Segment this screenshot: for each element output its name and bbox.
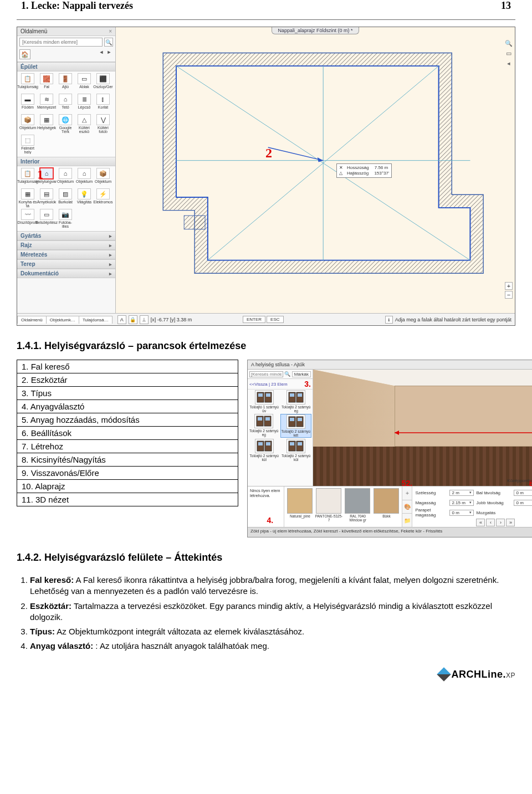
search-input[interactable] — [19, 38, 103, 47]
search-icon[interactable]: 🔍 — [104, 38, 113, 47]
tool-label: Objektum — [19, 126, 36, 134]
tool-item[interactable]: 💡Világítás — [75, 188, 94, 208]
tool-label: Objektum — [76, 180, 93, 187]
tool-item[interactable]: ▤Árnyékolók — [37, 188, 56, 208]
tool-item[interactable]: 📦Objektum — [18, 114, 37, 134]
swatch-color — [316, 488, 341, 514]
tool-item[interactable]: △Kültéri eszkö — [75, 114, 94, 134]
lock-button[interactable]: 🔒 — [129, 315, 137, 324]
callout-2b: 2. — [406, 479, 412, 488]
material-swatch[interactable]: Natural_pine — [286, 488, 314, 525]
enter-key[interactable]: ENTER — [243, 316, 265, 323]
tool-item[interactable]: 📋Tulajdonság — [18, 167, 37, 188]
tool-item[interactable]: 🌐Google Térk — [56, 114, 75, 134]
wizard-3d-view[interactable]: 11. 3D Falnézet — [313, 370, 532, 486]
nav-next-icon[interactable]: ► — [105, 49, 113, 59]
kozeppont-label[interactable]: Középpontba — [507, 478, 532, 483]
palette-button[interactable]: 🎨 — [402, 500, 412, 514]
door-item[interactable]: Tolóajtó 2 szárnyú kül — [249, 439, 280, 462]
tool-item[interactable]: 🚪Ajtó — [56, 73, 75, 93]
tool-item[interactable]: ⌂Objektum — [56, 167, 75, 188]
svg-rect-29 — [290, 442, 294, 445]
tool-icon: ⌂ — [59, 168, 72, 179]
back-link[interactable]: <<Vissza | 23 Elem — [249, 382, 288, 387]
font-button[interactable]: A — [117, 315, 126, 324]
width-label: Szélesség — [415, 490, 447, 495]
status-tab[interactable]: Oldalmenü — [17, 316, 47, 324]
move-left-button[interactable]: « — [476, 519, 485, 526]
door-item[interactable]: Tolóajtó 2 szárnyú kül — [281, 439, 312, 462]
category-dokumentacio[interactable]: Dokumentáció▸ — [17, 269, 115, 278]
markak-button[interactable]: Márkák — [292, 371, 311, 377]
tool-item[interactable]: 🧱Fal — [37, 73, 56, 93]
move-left1-button[interactable]: ‹ — [486, 519, 495, 526]
tool-item[interactable]: ⚡Elektromos — [94, 188, 112, 208]
zoom-out-button[interactable]: − — [505, 291, 513, 299]
drawing-area[interactable]: Nappali_alaprajz Földszint (0 m) * 🔍 ▭ ◂ — [116, 27, 515, 313]
tool-item[interactable]: 📷Fotóba-illes — [56, 208, 75, 229]
perp-button[interactable]: ⊥ — [140, 315, 149, 324]
command-row: 11. 3D nézet — [17, 493, 238, 506]
move-right-button[interactable]: » — [506, 519, 515, 526]
category-terep[interactable]: Terep▸ — [17, 259, 115, 269]
door-item[interactable]: Tolóajtó 2 szárnyú eg — [281, 390, 312, 413]
tool-item[interactable]: ⌂1Helyiségvar — [37, 167, 56, 188]
tool-label: Világítás — [77, 200, 92, 208]
tool-item[interactable]: ⫿Korlát — [94, 93, 112, 114]
swatch-color — [345, 488, 370, 514]
tool-item[interactable]: ⋁Kültéri fotób — [94, 114, 112, 134]
tool-item[interactable]: ▭Ablak — [75, 73, 94, 93]
material-swatch[interactable]: RAL 7040 Window gr — [344, 488, 371, 525]
status-tab[interactable]: Tulajdonsá… — [79, 316, 112, 324]
esc-key[interactable]: ESC — [267, 316, 283, 323]
drawing-tab[interactable]: Nappali_alaprajz Földszint (0 m) * — [272, 27, 359, 34]
tool-item[interactable]: ⬛Oszlop/Ger — [94, 73, 112, 93]
zoom-in-button[interactable]: + — [505, 282, 513, 290]
parapet-field[interactable]: 0 m▾ — [449, 510, 474, 516]
tool-item[interactable]: ≋Mennyezet — [37, 93, 56, 114]
search-icon[interactable]: 🔍 — [284, 371, 291, 377]
command-list-table: 1. Fal kereső2. Eszköztár3. Típus4. Anya… — [17, 360, 238, 506]
category-epulet[interactable]: Épület — [17, 62, 115, 71]
tool-item[interactable]: 〰Díszítőprofil — [18, 208, 37, 229]
door-item[interactable]: Tolóajtó 1 szárnyú üv — [249, 390, 280, 413]
no-element-message: Nincs ilyen elem létrehozva. — [248, 486, 284, 527]
left-dist-field[interactable]: 0 m▾ — [514, 490, 532, 496]
material-swatch[interactable]: PANTONE-5325-7 — [315, 488, 342, 525]
category-rajz[interactable]: Rajz▸ — [17, 240, 115, 250]
tool-item[interactable]: ▦Helyiségek — [37, 114, 56, 134]
category-interior[interactable]: Interior — [17, 157, 115, 166]
door-item[interactable]: Tolóajtó 2 szárnyú két — [280, 414, 312, 438]
material-swatch[interactable]: Bükk — [372, 488, 400, 525]
side-panel-close-icon[interactable]: × — [109, 28, 112, 34]
tool-label: Fal — [44, 85, 49, 93]
tool-item[interactable]: ⌂Tető — [56, 93, 75, 114]
tool-item[interactable]: 📋Tulajdonság — [18, 73, 37, 93]
tool-item[interactable]: ▭Belsőépítész — [37, 208, 56, 229]
nav-prev-icon[interactable]: ◄ — [98, 49, 105, 59]
tool-icon: 📷 — [59, 209, 72, 220]
command-row: 7. Létrehoz — [17, 440, 238, 453]
tool-item[interactable]: ▨Burkolat — [56, 188, 75, 208]
swatch-color — [287, 488, 313, 514]
tool-item[interactable]: ⬚Felmért hely — [18, 134, 37, 155]
category-gyartas[interactable]: Gyártás▸ — [17, 231, 115, 240]
tool-icon: ▦ — [40, 114, 53, 125]
move-right1-button[interactable]: › — [496, 519, 505, 526]
command-row: 1. Fal kereső — [17, 360, 238, 373]
tool-item[interactable]: ≣Lépcső — [75, 93, 94, 114]
tool-item[interactable]: ⌂Objektum — [75, 167, 94, 188]
add-material-button[interactable]: ＋ — [402, 486, 412, 500]
folder-button[interactable]: 📁 — [402, 514, 412, 527]
tool-item[interactable]: 📦Objektum — [94, 167, 112, 188]
height-field[interactable]: 2.15 m▾ — [449, 500, 474, 506]
wizard-search-input[interactable] — [249, 371, 283, 377]
tool-item[interactable]: ▦Konyha és tá — [18, 188, 37, 208]
status-tab[interactable]: Objektumk… — [46, 316, 79, 324]
tool-item[interactable]: ▬Födém — [18, 93, 37, 114]
home-button[interactable]: 🏠 — [19, 49, 30, 59]
door-item[interactable]: Tolóajtó 2 szárnyú eg — [249, 414, 279, 438]
right-dist-field[interactable]: 0 m▾ — [514, 500, 532, 506]
category-meretezes[interactable]: Méretezés▸ — [17, 250, 115, 259]
width-field[interactable]: 2 m▾ — [449, 490, 474, 496]
